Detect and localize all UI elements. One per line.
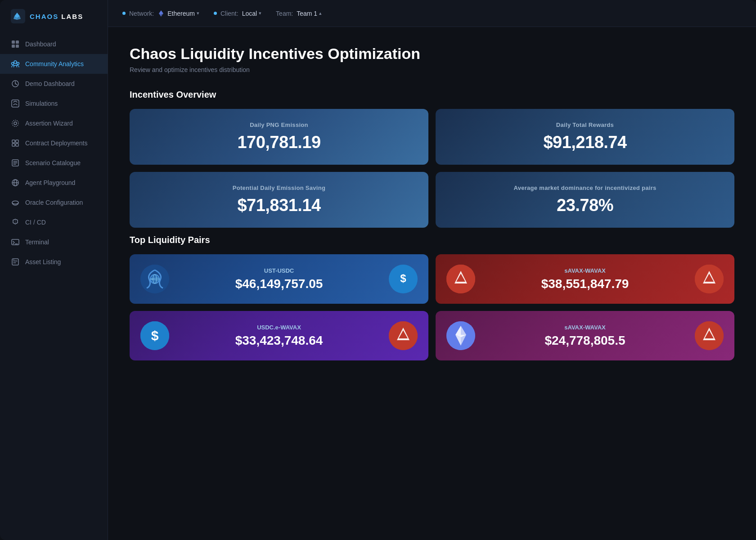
svg-point-11 <box>12 120 18 126</box>
network-label: Network: <box>129 10 154 17</box>
svg-rect-14 <box>12 144 15 146</box>
svg-point-6 <box>12 63 14 65</box>
daily-png-emission-label: Daily PNG Emission <box>250 122 308 128</box>
savax-wavax-2-left-icon <box>446 321 475 350</box>
assertion-wizard-icon <box>11 119 20 128</box>
usdc-wavax-left-icon: $ <box>140 321 169 350</box>
market-dominance-label: Average market dominance for incentivize… <box>513 184 656 191</box>
nav-agent-playground[interactable]: Agent Playground <box>0 173 108 193</box>
nav-ci-cd[interactable]: CI / CD <box>0 212 108 232</box>
community-analytics-icon <box>11 59 20 68</box>
daily-total-rewards-value: $91,218.74 <box>543 133 626 152</box>
liquidity-pair-usdc-wavax: $ USDC.e-WAVAX $33,423,748.64 <box>130 311 428 360</box>
team-label: Team: <box>276 10 293 17</box>
ethereum-icon <box>158 10 165 17</box>
nav-dashboard[interactable]: Dashboard <box>0 34 108 54</box>
team-selector[interactable]: Team: Team 1 ▴ <box>276 10 322 17</box>
nav-demo-dashboard[interactable]: Demo Dashboard <box>0 74 108 94</box>
ci-cd-icon <box>11 218 20 227</box>
agent-playground-label: Agent Playground <box>25 179 75 186</box>
svg-point-7 <box>17 63 19 65</box>
potential-saving-label: Potential Daily Emission Saving <box>233 184 326 191</box>
oracle-configuration-label: Oracle Configuration <box>25 199 83 206</box>
svg-rect-15 <box>16 144 18 146</box>
market-dominance-value: 23.78% <box>557 196 613 215</box>
nav-contract-deployments[interactable]: Contract Deployments <box>0 133 108 153</box>
svg-point-19 <box>12 201 18 204</box>
liquidity-section-title: Top Liquidity Pairs <box>130 235 734 245</box>
daily-total-rewards-label: Daily Total Rewards <box>556 122 614 128</box>
savax-wavax-1-center: sAVAX-WAVAX $38,551,847.79 <box>475 267 695 291</box>
savax-wavax-1-left-icon <box>446 265 475 293</box>
incentives-section-title: Incentives Overview <box>130 90 734 100</box>
ust-usdc-right-icon: $ <box>389 265 418 293</box>
content-area: Chaos Liquidity Incentives Optimization … <box>108 27 756 540</box>
demo-dashboard-label: Demo Dashboard <box>25 80 75 87</box>
network-chevron: ▾ <box>197 10 199 16</box>
community-analytics-label: Community Analytics <box>25 60 84 68</box>
svg-rect-3 <box>12 45 15 48</box>
terminal-label: Terminal <box>25 238 49 246</box>
asset-listing-icon <box>11 257 20 266</box>
usdc-wavax-center: USDC.e-WAVAX $33,423,748.64 <box>169 324 389 348</box>
client-chevron: ▾ <box>259 10 261 16</box>
page-subtitle: Review and optimize incentives distribut… <box>130 66 734 73</box>
svg-rect-2 <box>16 40 19 44</box>
demo-dashboard-icon <box>11 79 20 88</box>
market-dominance-card: Average market dominance for incentivize… <box>436 172 734 228</box>
asset-listing-label: Asset Listing <box>25 258 61 266</box>
liquidity-pair-savax-wavax-2: sAVAX-WAVAX $24,778,805.5 <box>436 311 734 360</box>
usdc-wavax-right-icon <box>389 321 418 350</box>
liquidity-section: Top Liquidity Pairs <box>130 235 734 360</box>
daily-total-rewards-card: Daily Total Rewards $91,218.74 <box>436 109 734 165</box>
simulations-icon <box>11 99 20 108</box>
ci-cd-label: CI / CD <box>25 219 46 226</box>
ust-usdc-pair-name: UST-USDC <box>169 267 389 274</box>
svg-rect-4 <box>16 45 19 48</box>
client-status-dot <box>214 12 217 15</box>
oracle-configuration-icon <box>11 198 20 207</box>
network-selector[interactable]: Network: Ethereum ▾ <box>122 10 199 17</box>
network-status-dot <box>122 12 126 15</box>
scenario-catalogue-icon <box>11 158 20 167</box>
ust-usdc-value: $46,149,757.05 <box>169 277 389 291</box>
client-value: Local ▾ <box>242 10 261 17</box>
daily-png-emission-card: Daily PNG Emission 170,781.19 <box>130 109 428 165</box>
daily-png-emission-value: 170,781.19 <box>237 133 320 152</box>
usdc-wavax-value: $33,423,748.64 <box>169 333 389 348</box>
svg-text:$: $ <box>151 328 159 343</box>
svg-rect-12 <box>12 140 15 143</box>
nav-assertion-wizard[interactable]: Assertion Wizard <box>0 113 108 133</box>
sidebar: CHAOS LABS Dashboard Community Analytics <box>0 0 108 540</box>
nav-simulations[interactable]: Simulations <box>0 94 108 113</box>
savax-wavax-2-pair-name: sAVAX-WAVAX <box>475 324 695 331</box>
nav-oracle-configuration[interactable]: Oracle Configuration <box>0 193 108 212</box>
assertion-wizard-label: Assertion Wizard <box>25 120 73 127</box>
nav-scenario-catalogue[interactable]: Scenario Catalogue <box>0 153 108 173</box>
svg-rect-1 <box>12 40 15 44</box>
liquidity-pair-ust-usdc: UST-USDC $46,149,757.05 $ <box>130 254 428 304</box>
simulations-label: Simulations <box>25 100 58 107</box>
nav-terminal[interactable]: Terminal <box>0 232 108 252</box>
svg-point-10 <box>14 122 17 125</box>
team-value: Team 1 ▴ <box>297 10 322 17</box>
svg-point-5 <box>14 61 17 63</box>
potential-saving-card: Potential Daily Emission Saving $71,831.… <box>130 172 428 228</box>
contract-deployments-label: Contract Deployments <box>25 140 88 147</box>
savax-wavax-2-right-icon <box>695 321 724 350</box>
main-area: Network: Ethereum ▾ Client: Local ▾ Team… <box>108 0 756 540</box>
nav-community-analytics[interactable]: Community Analytics <box>0 54 108 74</box>
logo-area: CHAOS LABS <box>0 0 108 34</box>
overview-cards-row-2: Potential Daily Emission Saving $71,831.… <box>130 172 734 228</box>
page-title: Chaos Liquidity Incentives Optimization <box>130 45 734 63</box>
liquidity-pairs-grid: UST-USDC $46,149,757.05 $ <box>130 254 734 360</box>
ust-usdc-left-icon <box>140 265 169 293</box>
liquidity-pair-savax-wavax-1: sAVAX-WAVAX $38,551,847.79 <box>436 254 734 304</box>
savax-wavax-1-value: $38,551,847.79 <box>475 277 695 291</box>
logo-icon <box>11 9 25 23</box>
client-selector[interactable]: Client: Local ▾ <box>214 10 261 17</box>
savax-wavax-1-right-icon <box>695 265 724 293</box>
svg-rect-21 <box>12 259 18 265</box>
nav-asset-listing[interactable]: Asset Listing <box>0 252 108 272</box>
usdc-wavax-pair-name: USDC.e-WAVAX <box>169 324 389 331</box>
